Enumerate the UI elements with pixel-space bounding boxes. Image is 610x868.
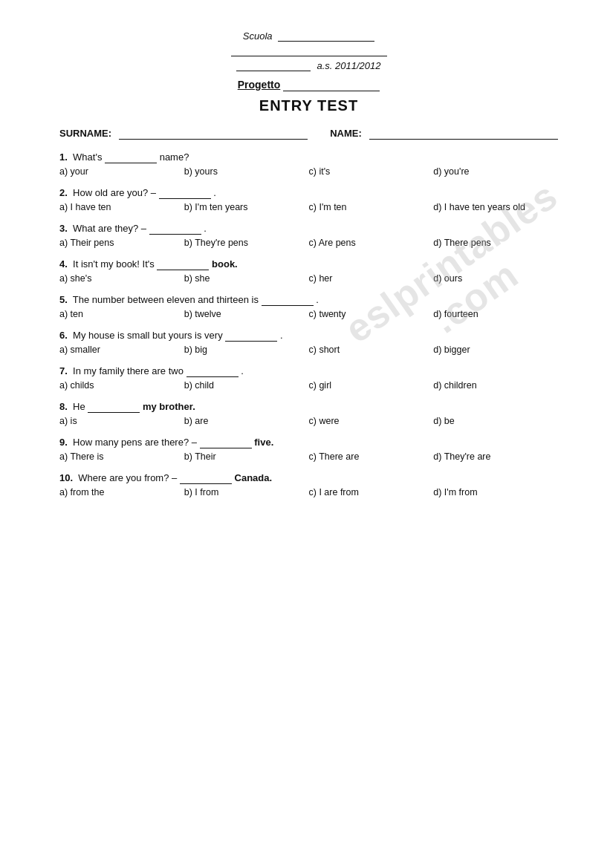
- option-letter: d): [433, 238, 441, 248]
- option-a: a) childs: [59, 380, 184, 391]
- option-letter: d): [433, 487, 441, 497]
- progetto-label: Progetto: [238, 79, 281, 91]
- options-row: a) childsb) childc) girld) children: [59, 380, 558, 391]
- option-letter: b): [184, 345, 192, 355]
- question-text-before: In my family there are two: [73, 365, 184, 376]
- option-letter: c): [309, 273, 317, 284]
- option-d: d) you're: [433, 166, 558, 177]
- question-number: 10.: [59, 472, 73, 483]
- question-text-after: name?: [160, 151, 189, 163]
- question-text: 9. How many pens are there? – five.: [59, 437, 558, 448]
- option-c: c) were: [309, 416, 434, 426]
- option-b: b) They're pens: [184, 238, 309, 248]
- option-d: d) I'm from: [433, 487, 558, 497]
- as-line: a.s. 2011/2012: [236, 59, 380, 71]
- options-row: a) from theb) I fromc) I are fromd) I'm …: [59, 487, 558, 497]
- scuola-line: Scuola: [243, 30, 374, 42]
- option-text: I have ten years old: [444, 202, 525, 212]
- option-letter: c): [309, 238, 317, 248]
- option-text: you're: [444, 166, 470, 177]
- options-row: a) she'sb) shec) herd) ours: [59, 273, 558, 284]
- option-text: They're are: [444, 451, 491, 462]
- option-a: a) Their pens: [59, 238, 184, 248]
- option-d: d) I have ten years old: [433, 202, 558, 212]
- question-text: 2. How old are you? – .: [59, 187, 558, 199]
- option-text: ours: [444, 273, 462, 284]
- name-label: NAME:: [330, 128, 362, 139]
- question-number: 7.: [59, 365, 68, 376]
- option-text: were: [319, 416, 339, 426]
- question-text-after-bold: Canada.: [235, 472, 273, 483]
- question-text-after-bold: my brother.: [143, 401, 195, 412]
- question-text: 1. What's name?: [59, 151, 558, 163]
- option-text: short: [319, 345, 340, 355]
- option-text: I'm from: [444, 487, 478, 497]
- option-letter: c): [309, 345, 317, 355]
- option-text: children: [444, 380, 477, 391]
- question-text-before: How old are you? –: [73, 187, 156, 198]
- question-text-after: .: [213, 187, 216, 198]
- question-text: 5. The number between eleven and thirtee…: [59, 294, 558, 306]
- questions-container: 1. What's name?a) yourb) yoursc) it'sd) …: [59, 151, 558, 497]
- question-text: 7. In my family there are two .: [59, 365, 558, 377]
- option-text: I'm ten: [319, 202, 346, 212]
- option-text: bigger: [444, 345, 470, 355]
- question-8: 8. He my brother.a) isb) arec) wered) be: [59, 401, 558, 426]
- question-4: 4. It isn't my book! It's book.a) she'sb…: [59, 258, 558, 284]
- scuola-label: Scuola: [243, 30, 273, 42]
- option-a: a) There is: [59, 451, 184, 462]
- option-b: b) big: [184, 345, 309, 355]
- option-letter: d): [433, 451, 441, 462]
- option-c: c) girl: [309, 380, 434, 391]
- option-c: c) her: [309, 273, 434, 284]
- question-number: 3.: [59, 223, 68, 234]
- surname-label: SURNAME:: [59, 128, 111, 139]
- question-blank: [88, 401, 140, 413]
- header-top: Scuola a.s. 2011/2012: [59, 30, 558, 71]
- question-text-after: .: [204, 223, 207, 234]
- question-9: 9. How many pens are there? – five.a) Th…: [59, 437, 558, 462]
- option-letter: b): [184, 380, 192, 391]
- option-letter: b): [184, 487, 192, 497]
- question-text-before: How many pens are there? –: [73, 437, 197, 448]
- option-text: twenty: [319, 309, 345, 319]
- question-5: 5. The number between eleven and thirtee…: [59, 294, 558, 319]
- name-row: SURNAME: NAME:: [59, 128, 558, 140]
- question-7: 7. In my family there are two .a) childs…: [59, 365, 558, 391]
- option-text: ten: [71, 309, 83, 319]
- option-text: There is: [70, 451, 103, 462]
- option-letter: b): [184, 309, 192, 319]
- option-letter: c): [309, 487, 317, 497]
- option-d: d) They're are: [433, 451, 558, 462]
- option-text: There pens: [444, 238, 491, 248]
- question-text-before: It isn't my book! It's: [73, 258, 155, 270]
- option-letter: b): [184, 273, 192, 284]
- option-text: child: [195, 380, 214, 391]
- option-letter: c): [309, 166, 317, 177]
- option-letter: c): [309, 451, 317, 462]
- option-b: b) I'm ten years: [184, 202, 309, 212]
- question-text-before: Where are you from? –: [78, 472, 177, 483]
- question-text-after: .: [316, 294, 319, 305]
- option-a: a) smaller: [59, 345, 184, 355]
- question-blank: [262, 294, 314, 306]
- option-d: d) bigger: [433, 345, 558, 355]
- option-text: smaller: [71, 345, 100, 355]
- question-1: 1. What's name?a) yourb) yoursc) it'sd) …: [59, 151, 558, 177]
- question-text: 6. My house is small but yours is very .: [59, 330, 558, 342]
- question-blank: [200, 437, 252, 448]
- option-letter: d): [433, 202, 441, 212]
- option-text: childs: [71, 380, 94, 391]
- option-c: c) it's: [309, 166, 434, 177]
- option-d: d) children: [433, 380, 558, 391]
- question-number: 6.: [59, 330, 68, 341]
- question-blank: [186, 365, 239, 377]
- option-text: twelve: [195, 309, 221, 319]
- option-text: I from: [195, 487, 218, 497]
- options-row: a) yourb) yoursc) it'sd) you're: [59, 166, 558, 177]
- option-text: Their: [195, 451, 215, 462]
- question-number: 2.: [59, 187, 68, 198]
- question-text: 4. It isn't my book! It's book.: [59, 258, 558, 270]
- question-text-after-bold: book.: [212, 258, 238, 270]
- options-row: a) smallerb) bigc) shortd) bigger: [59, 345, 558, 355]
